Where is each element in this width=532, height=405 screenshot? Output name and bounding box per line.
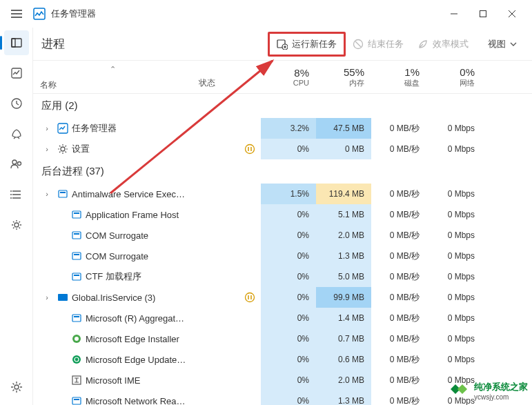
performance-icon <box>10 67 23 79</box>
gear-icon <box>10 381 23 393</box>
minimize-button[interactable] <box>440 3 469 25</box>
process-icon <box>57 188 69 200</box>
leaf-icon <box>417 39 428 50</box>
svg-rect-26 <box>74 254 79 255</box>
cell-network: 0 Mbps <box>426 349 482 370</box>
process-icon <box>70 250 83 262</box>
end-task-label: 结束任务 <box>368 38 404 50</box>
svg-rect-22 <box>74 213 79 214</box>
sidebar-item-processes[interactable] <box>4 30 29 55</box>
sidebar-item-services[interactable] <box>4 213 29 237</box>
hamburger-menu-button[interactable] <box>6 3 28 25</box>
view-dropdown-button[interactable]: 视图 <box>481 34 524 55</box>
table-row[interactable]: Microsoft Edge Update (32...0%0.6 MB0 MB… <box>33 349 532 370</box>
sidebar-item-performance[interactable] <box>4 61 29 86</box>
close-icon <box>508 10 516 18</box>
table-row[interactable]: ›任务管理器3.2%47.5 MB0 MB/秒0 Mbps <box>33 118 532 139</box>
cell-network: 0 Mbps <box>426 287 482 308</box>
users-icon <box>10 158 23 170</box>
table-row[interactable]: COM Surrogate0%2.0 MB0 MB/秒0 Mbps <box>33 225 532 246</box>
cell-cpu: 0% <box>261 328 316 349</box>
cell-memory: 2.0 MB <box>316 225 371 246</box>
expand-toggle[interactable]: › <box>40 124 54 132</box>
svg-rect-19 <box>59 190 67 197</box>
expand-toggle[interactable]: › <box>40 293 54 302</box>
page-title: 进程 <box>41 36 65 52</box>
run-new-task-button[interactable]: 运行新任务 <box>268 32 346 57</box>
cell-memory: 119.4 MB <box>316 184 371 204</box>
efficiency-mode-button[interactable]: 效率模式 <box>411 34 475 55</box>
sidebar-item-details[interactable] <box>4 182 29 207</box>
end-task-button[interactable]: 结束任务 <box>346 34 411 55</box>
column-header-cpu[interactable]: 8% CPU <box>261 61 316 93</box>
svg-point-6 <box>12 160 17 164</box>
process-name: Microsoft (R) Aggregator ... <box>86 313 192 324</box>
svg-rect-24 <box>74 233 79 235</box>
svg-rect-1 <box>480 11 486 17</box>
svg-point-12 <box>14 385 19 389</box>
sidebar-item-settings[interactable] <box>4 375 29 399</box>
svg-rect-27 <box>72 273 81 280</box>
cell-cpu: 1.5% <box>261 184 316 204</box>
app-icon <box>33 8 46 20</box>
cell-cpu: 3.2% <box>261 118 316 139</box>
column-header-disk[interactable]: 1% 磁盘 <box>371 61 426 93</box>
cell-network: 0 Mbps <box>426 246 482 266</box>
process-icon <box>70 270 83 283</box>
table-row[interactable]: Microsoft Edge Installer0%0.7 MB0 MB/秒0 … <box>33 328 532 349</box>
column-header-status[interactable]: 状态 <box>192 61 261 93</box>
table-row[interactable]: CTF 加载程序0%5.0 MB0 MB/秒0 Mbps <box>33 266 532 287</box>
svg-point-17 <box>61 147 65 151</box>
process-name: COM Surrogate <box>86 251 192 261</box>
sidebar-item-app-history[interactable] <box>4 91 29 116</box>
close-button[interactable] <box>497 3 526 25</box>
cell-network: 0 Mbps <box>426 184 482 204</box>
sidebar-item-users[interactable] <box>4 152 29 177</box>
table-row[interactable]: ›Global.IrisService (3)0%99.9 MB0 MB/秒0 … <box>33 287 532 308</box>
process-name: Microsoft Edge Installer <box>86 334 192 344</box>
cell-memory: 0.6 MB <box>316 349 371 370</box>
cell-cpu: 0% <box>261 266 316 287</box>
sidebar-item-startup[interactable] <box>4 121 29 146</box>
process-name: Microsoft Edge Update (32... <box>86 355 192 365</box>
svg-rect-23 <box>72 232 81 239</box>
cell-memory: 1.4 MB <box>316 308 371 328</box>
cell-memory: 1.3 MB <box>316 391 371 405</box>
process-icon <box>70 229 83 241</box>
services-icon <box>10 219 23 231</box>
process-name: Antimalware Service Execut... <box>72 189 192 199</box>
group-header-apps: 应用 (2) <box>33 94 532 118</box>
cell-cpu: 0% <box>261 349 316 370</box>
watermark-logo <box>451 382 470 401</box>
column-header-network[interactable]: 0% 网络 <box>426 61 482 93</box>
history-icon <box>10 97 23 110</box>
hamburger-icon <box>11 10 22 18</box>
table-row[interactable]: COM Surrogate0%1.3 MB0 MB/秒0 Mbps <box>33 246 532 266</box>
cell-disk: 0 MB/秒 <box>371 349 426 370</box>
column-header-name[interactable]: ⌃ 名称 <box>33 61 192 93</box>
run-new-task-label: 运行新任务 <box>292 38 337 50</box>
cell-cpu: 0% <box>261 391 316 405</box>
svg-point-9 <box>10 194 12 195</box>
expand-toggle[interactable]: › <box>40 145 54 153</box>
table-row[interactable]: Microsoft (R) Aggregator ...0%1.4 MB0 MB… <box>33 308 532 328</box>
process-table-body[interactable]: 应用 (2)›任务管理器3.2%47.5 MB0 MB/秒0 Mbps›设置0%… <box>33 94 532 405</box>
cell-memory: 1.3 MB <box>316 246 371 266</box>
table-row[interactable]: Application Frame Host0%5.1 MB0 MB/秒0 Mb… <box>33 204 532 225</box>
process-name: COM Surrogate <box>86 230 192 241</box>
maximize-button[interactable] <box>469 3 497 25</box>
svg-rect-38 <box>74 399 79 400</box>
table-row[interactable]: ›设置0%0 MB0 MB/秒0 Mbps <box>33 139 532 159</box>
svg-point-7 <box>17 162 21 166</box>
cell-cpu: 0% <box>261 246 316 266</box>
cell-disk: 0 MB/秒 <box>371 370 426 391</box>
process-status <box>192 144 261 155</box>
column-header-memory[interactable]: 55% 内存 <box>316 61 371 93</box>
toolbar: 进程 运行新任务 结束任务 效率模式 视图 <box>33 28 532 61</box>
cell-memory: 47.5 MB <box>316 118 371 139</box>
group-header-background: 后台进程 (37) <box>33 159 532 184</box>
svg-rect-3 <box>12 39 15 47</box>
window-title: 任务管理器 <box>51 8 440 20</box>
expand-toggle[interactable]: › <box>40 190 54 198</box>
table-row[interactable]: ›Antimalware Service Execut...1.5%119.4 … <box>33 184 532 204</box>
